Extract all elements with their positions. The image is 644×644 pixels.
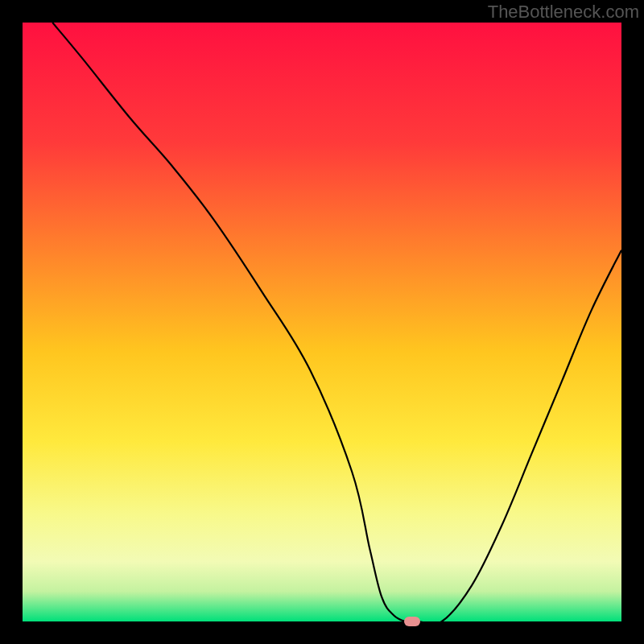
watermark-text: TheBottleneck.com [488, 2, 639, 23]
plot-svg [23, 23, 621, 621]
gradient-background [23, 23, 621, 621]
chart-container: TheBottleneck.com [0, 0, 644, 644]
optimal-marker [404, 617, 420, 626]
plot-area [23, 23, 621, 621]
